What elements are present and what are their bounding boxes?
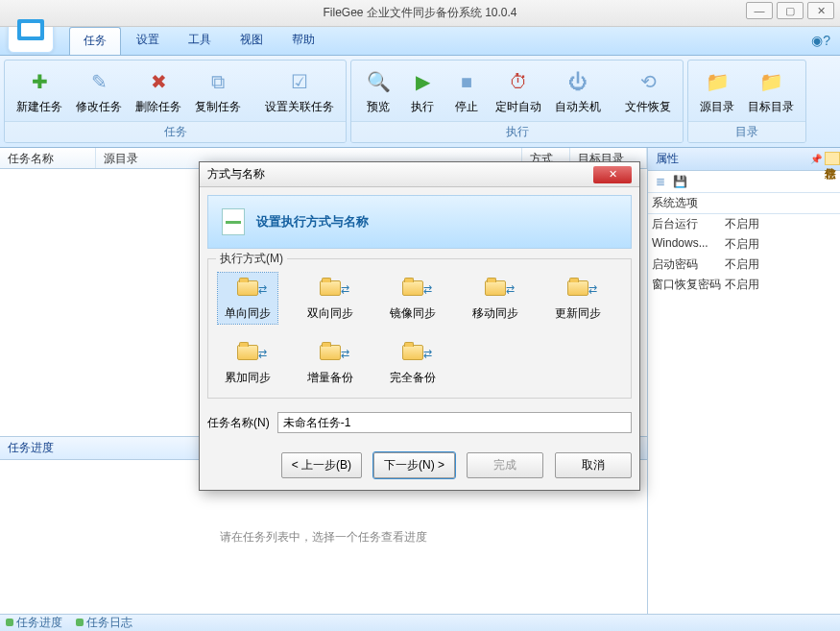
task-name-label: 任务名称(N): [207, 415, 270, 431]
folder-sync-icon: ⇄: [311, 339, 349, 366]
mode-twoway-sync[interactable]: ⇄双向同步: [300, 273, 360, 324]
dialog-banner-icon: [222, 208, 245, 235]
mode-accum-sync[interactable]: ⇄累加同步: [218, 337, 277, 388]
task-name-row: 任务名称(N): [207, 412, 632, 433]
dialog-body: 设置执行方式与名称 执行方式(M) ⇄单向同步⇄双向同步⇄镜像同步⇄移动同步⇄更…: [200, 187, 639, 441]
mode-label: 增量备份: [307, 370, 353, 386]
mode-label: 完全备份: [390, 370, 436, 386]
finish-button[interactable]: 完成: [467, 452, 543, 478]
dialog-banner-text: 设置执行方式与名称: [256, 213, 369, 231]
task-name-input[interactable]: [277, 412, 632, 433]
folder-sync-icon: ⇄: [394, 339, 432, 366]
cancel-button[interactable]: 取消: [555, 452, 632, 478]
mode-move-sync[interactable]: ⇄移动同步: [466, 273, 525, 324]
mode-oneway-sync[interactable]: ⇄单向同步: [218, 273, 277, 324]
dialog-mode-section: 执行方式(M) ⇄单向同步⇄双向同步⇄镜像同步⇄移动同步⇄更新同步⇄累加同步⇄增…: [207, 258, 632, 399]
folder-sync-icon: ⇄: [476, 275, 515, 302]
mode-full-backup[interactable]: ⇄完全备份: [383, 337, 443, 388]
mode-label: 单向同步: [225, 305, 271, 322]
mode-update-sync[interactable]: ⇄更新同步: [548, 273, 608, 324]
folder-sync-icon: ⇄: [394, 275, 432, 302]
mode-grid: ⇄单向同步⇄双向同步⇄镜像同步⇄移动同步⇄更新同步⇄累加同步⇄增量备份⇄完全备份: [218, 273, 621, 388]
dialog-button-row: < 上一步(B) 下一步(N) > 完成 取消: [200, 441, 639, 490]
dialog-method-and-name: 方式与名称 ✕ 设置执行方式与名称 执行方式(M) ⇄单向同步⇄双向同步⇄镜像同…: [199, 161, 640, 491]
dialog-close-button[interactable]: ✕: [593, 166, 632, 183]
mode-label: 镜像同步: [390, 305, 436, 322]
mode-label: 累加同步: [225, 370, 271, 386]
dialog-titlebar[interactable]: 方式与名称 ✕: [200, 162, 639, 187]
folder-sync-icon: ⇄: [228, 275, 267, 302]
folder-sync-icon: ⇄: [311, 275, 349, 302]
dialog-banner: 设置执行方式与名称: [207, 195, 632, 249]
dialog-section-label: 执行方式(M): [216, 251, 287, 267]
mode-label: 双向同步: [307, 305, 353, 322]
mode-mirror-sync[interactable]: ⇄镜像同步: [383, 273, 443, 324]
next-button[interactable]: 下一步(N) >: [373, 452, 455, 478]
mode-label: 移动同步: [472, 305, 518, 322]
folder-sync-icon: ⇄: [559, 275, 597, 302]
mode-incr-backup[interactable]: ⇄增量备份: [300, 337, 360, 388]
folder-sync-icon: ⇄: [228, 339, 267, 366]
dialog-title-text: 方式与名称: [207, 166, 265, 182]
dialog-mask: 方式与名称 ✕ 设置执行方式与名称 执行方式(M) ⇄单向同步⇄双向同步⇄镜像同…: [0, 0, 840, 631]
mode-label: 更新同步: [555, 305, 601, 322]
prev-button[interactable]: < 上一步(B): [281, 452, 362, 478]
